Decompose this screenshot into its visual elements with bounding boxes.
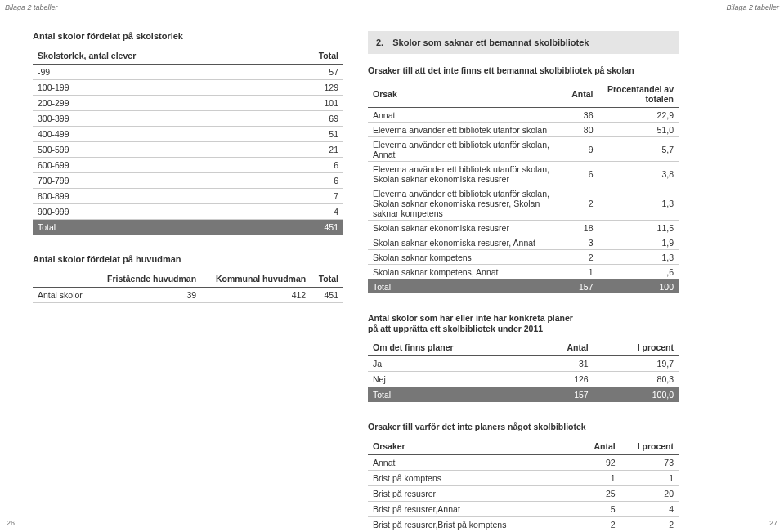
- cell: 51,0: [598, 123, 679, 137]
- cell: 22,9: [598, 108, 679, 123]
- t5-h2: Antal: [580, 438, 620, 455]
- cell: 7: [276, 189, 343, 204]
- cell: 6: [276, 173, 343, 189]
- cell: 36: [567, 108, 598, 123]
- cell: 100,0: [594, 387, 679, 403]
- t3-h2: Antal: [567, 81, 598, 108]
- table-row: 400-49951: [33, 127, 343, 142]
- cell: 4: [620, 501, 679, 516]
- t2-h3: Kommunal huvudman: [201, 270, 311, 288]
- table-row: 300-39969: [33, 111, 343, 127]
- cell: 126: [535, 372, 594, 387]
- banner-text: Skolor som saknar ett bemannat skolbibli…: [392, 38, 589, 47]
- table-row: Antal skolor 39 412 451: [33, 288, 343, 303]
- t3-title: Orsaker till att det inte finns ett bema…: [368, 65, 679, 76]
- table-row: 500-59921: [33, 142, 343, 158]
- cell: 500-599: [33, 142, 276, 158]
- cell: 800-899: [33, 189, 276, 204]
- cell: 157: [535, 387, 594, 403]
- right-column: 2. Skolor som saknar ett bemannat skolbi…: [368, 31, 679, 532]
- cell: Eleverna använder ett bibliotek utanför …: [368, 137, 567, 162]
- table-row: Annat9273: [368, 454, 679, 470]
- cell: 5: [580, 501, 620, 516]
- cell: 11,5: [598, 221, 679, 235]
- t1-title: Antal skolor fördelat på skolstorlek: [33, 31, 343, 41]
- t2-h1: [33, 270, 92, 288]
- cell: 700-799: [33, 173, 276, 189]
- t4-title: Antal skolor som har eller inte har konk…: [368, 313, 580, 334]
- footer-left: 26: [7, 519, 15, 527]
- cell: Brist på resusrer,Annat: [368, 501, 580, 516]
- table-row: Brist på komptens11: [368, 470, 679, 485]
- cell: 80,3: [594, 372, 679, 387]
- cell: 1,9: [598, 235, 679, 250]
- table-row: Brist på resusrer,Annat54: [368, 501, 679, 516]
- t4-table: Om det finns planer Antal I procent Ja31…: [368, 339, 679, 402]
- cell: 92: [580, 454, 620, 470]
- t2-h4: Total: [311, 270, 343, 288]
- cell: Brist på resusrer: [368, 485, 580, 501]
- cell: 400-499: [33, 127, 276, 142]
- table-row: Eleverna använder ett bibliotek utanför …: [368, 186, 679, 221]
- cell: 2: [567, 186, 598, 221]
- t4-h3: I procent: [594, 339, 679, 356]
- cell: Skolan saknar kompetens: [368, 250, 567, 265]
- t4-h2: Antal: [535, 339, 594, 356]
- cell: 1: [620, 470, 679, 485]
- t5-h3: I procent: [620, 438, 679, 455]
- cell: 80: [567, 123, 598, 137]
- cell: 200-299: [33, 96, 276, 111]
- cell: 157: [567, 279, 598, 294]
- cell: Skolan saknar kompetens, Annat: [368, 265, 567, 279]
- cell: Eleverna använder ett bibliotek utanför …: [368, 123, 567, 137]
- cell: 100-199: [33, 80, 276, 96]
- table-row: Skolan saknar ekonomiska resusrer, Annat…: [368, 235, 679, 250]
- cell: Nej: [368, 372, 535, 387]
- table-row: 900-9994: [33, 204, 343, 220]
- t3-h1: Orsak: [368, 81, 567, 108]
- page-body: Antal skolor fördelat på skolstorlek Sko…: [0, 16, 784, 532]
- table-row: 100-199129: [33, 80, 343, 96]
- total-row: Total157100: [368, 279, 679, 294]
- cell: 31: [535, 356, 594, 372]
- cell: Skolan saknar ekonomiska resusrer, Annat: [368, 235, 567, 250]
- table-row: Eleverna använder ett bibliotek utanför …: [368, 137, 679, 162]
- cell: Skolan saknar ekonomiska resusrer: [368, 221, 567, 235]
- cell: 451: [311, 288, 343, 303]
- header-left: Bilaga 2 tabeller: [5, 3, 58, 11]
- cell: 129: [276, 80, 343, 96]
- banner-number: 2.: [376, 38, 383, 47]
- cell: Annat: [368, 108, 567, 123]
- header-right: Bilaga 2 tabeller: [726, 3, 779, 11]
- cell: 6: [276, 158, 343, 173]
- table-row: Annat3622,9: [368, 108, 679, 123]
- t2-title: Antal skolor fördelat på huvudman: [33, 254, 343, 264]
- t5-table: Orsaker Antal I procent Annat9273Brist p…: [368, 438, 679, 533]
- t5-h1: Orsaker: [368, 438, 580, 455]
- t4-h1: Om det finns planer: [368, 339, 535, 356]
- cell: 3,8: [598, 162, 679, 186]
- t2-table: Fristående huvudman Kommunal huvudman To…: [33, 270, 343, 303]
- cell: 6: [567, 162, 598, 186]
- cell: 100: [598, 279, 679, 294]
- cell: 1,3: [598, 250, 679, 265]
- cell: 412: [201, 288, 311, 303]
- cell: 1: [567, 265, 598, 279]
- cell: 19,7: [594, 356, 679, 372]
- cell: 21: [276, 142, 343, 158]
- cell: 73: [620, 454, 679, 470]
- t1-h1: Skolstorlek, antal elever: [33, 47, 276, 65]
- cell: 900-999: [33, 204, 276, 220]
- table-row: Skolan saknar ekonomiska resusrer1811,5: [368, 221, 679, 235]
- t3-table: Orsak Antal Procentandel av totalen Anna…: [368, 81, 679, 293]
- table-row: Eleverna använder ett bibliotek utanför …: [368, 123, 679, 137]
- page-footer: 26 27: [0, 519, 784, 527]
- cell: Total: [368, 279, 567, 294]
- cell: 69: [276, 111, 343, 127]
- cell: Total: [33, 220, 276, 235]
- cell: 20: [620, 485, 679, 501]
- cell: Total: [368, 387, 535, 403]
- left-column: Antal skolor fördelat på skolstorlek Sko…: [33, 31, 343, 532]
- cell: Eleverna använder ett bibliotek utanför …: [368, 186, 567, 221]
- cell: 300-399: [33, 111, 276, 127]
